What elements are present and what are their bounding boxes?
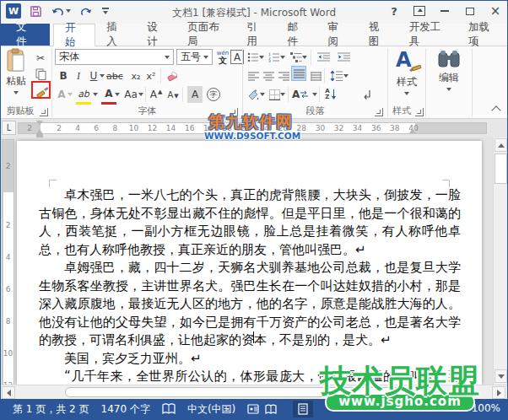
paragraph-dialog-launcher[interactable] xyxy=(375,108,383,116)
print-layout-button[interactable] xyxy=(293,401,313,417)
help-icon[interactable]: ? xyxy=(386,3,403,19)
d9soft-watermark-title: 第九软件网 xyxy=(204,114,297,130)
hruler-number: 38 xyxy=(390,124,399,132)
editing-button-label: 编辑 xyxy=(439,71,459,85)
ribbon: 粘贴 ✂ 剪贴板 宋体 五号 wén文 xyxy=(1,46,507,119)
sort-icon[interactable]: AZ xyxy=(323,86,338,103)
highlight-dropdown-icon[interactable] xyxy=(93,93,98,96)
language-indicator[interactable]: 中文(中国) xyxy=(187,402,235,417)
highlight-color-icon[interactable]: ab xyxy=(76,85,91,102)
line-spacing-icon[interactable] xyxy=(328,67,343,84)
vruler-number: 4 xyxy=(3,253,14,261)
first-line-indent-marker[interactable] xyxy=(36,121,43,126)
decrease-indent-icon[interactable] xyxy=(316,49,331,66)
ribbon-tab-2[interactable]: 设计 xyxy=(136,24,176,46)
tab-selector[interactable]: L xyxy=(2,121,16,135)
phonetic-guide-icon[interactable]: wén文 xyxy=(215,49,230,66)
shading-icon[interactable] xyxy=(246,86,261,103)
styles-dialog-launcher[interactable] xyxy=(415,108,424,116)
justify-icon[interactable] xyxy=(291,66,306,81)
strikethrough-button[interactable]: abc xyxy=(106,67,123,84)
styles-button[interactable]: A 样式 xyxy=(392,48,422,95)
ribbon-tab-0[interactable]: 开始 xyxy=(53,24,95,46)
subscript-button[interactable]: x₂ xyxy=(128,67,143,84)
vertical-ruler[interactable]: 2 24681012 xyxy=(2,139,14,385)
font-color-dropdown-icon[interactable] xyxy=(115,93,120,96)
jsgho-watermark-title: 技术员联盟 xyxy=(320,365,480,396)
word-count[interactable]: 1470 个字 xyxy=(101,402,150,417)
close-button[interactable]: × xyxy=(487,3,504,19)
scroll-down-button[interactable] xyxy=(494,369,507,383)
document-paragraph: 卓姆强巴，藏，四十二岁，天狮名犬驯养基地公司总裁，也是复旦大学生物系客坐教授，主… xyxy=(39,259,461,350)
page-indicator[interactable]: 第 1 页，共 2 页 xyxy=(13,402,89,417)
clear-formatting-icon[interactable] xyxy=(165,67,180,84)
read-mode-button[interactable] xyxy=(261,401,281,417)
font-size-combo[interactable]: 五号 xyxy=(176,49,213,65)
styles-group: A 样式 样式 xyxy=(388,46,425,119)
paste-clipboard-icon xyxy=(6,48,26,73)
align-right-icon[interactable] xyxy=(276,67,291,84)
ribbon-tab-5[interactable]: 邮件 xyxy=(277,24,317,46)
superscript-button[interactable]: x² xyxy=(143,67,159,84)
format-painter-highlight xyxy=(31,81,51,99)
d9soft-watermark-url: WWW.D9SOFT.COM xyxy=(204,132,297,141)
show-marks-icon[interactable] xyxy=(359,86,375,103)
document-page[interactable]: 卓木强巴，一米八七的个头，真正的虎背熊腰，大块头，倒披发，一脸古铜色，身体无处不… xyxy=(17,141,482,385)
hruler-number: 12 xyxy=(148,124,157,132)
ribbon-tab-8[interactable]: 开发工具 xyxy=(398,24,457,46)
hruler-number: 36 xyxy=(371,124,381,132)
clipboard-dialog-launcher[interactable] xyxy=(40,108,48,116)
scroll-up-button[interactable] xyxy=(494,138,507,152)
shrink-font-button[interactable]: A▼ xyxy=(165,86,181,103)
hruler-number: 16 xyxy=(185,124,194,132)
vruler-number: 6 xyxy=(3,285,14,293)
distribute-icon[interactable] xyxy=(308,67,323,84)
styles-brush-icon xyxy=(408,62,423,73)
align-left-icon[interactable] xyxy=(246,67,261,84)
scroll-right-button[interactable] xyxy=(492,386,505,399)
editing-button[interactable]: 编辑 xyxy=(433,50,465,91)
restore-button[interactable] xyxy=(462,3,478,19)
ribbon-tab-6[interactable]: 审阅 xyxy=(317,24,358,46)
collapse-ribbon-icon[interactable] xyxy=(489,102,504,119)
hruler-number: 6 xyxy=(94,124,99,132)
asian-layout-icon[interactable]: A xyxy=(292,86,308,103)
proofing-icon[interactable] xyxy=(162,403,176,415)
font-name-combo[interactable]: 宋体 xyxy=(55,49,174,65)
hruler-number: 30 xyxy=(316,124,325,132)
svg-text:3: 3 xyxy=(268,59,271,62)
vertical-scrollbar[interactable] xyxy=(493,137,507,385)
ribbon-tab-7[interactable]: 视图 xyxy=(358,24,398,46)
bold-button[interactable]: B xyxy=(56,67,71,84)
styles-group-label: 样式 xyxy=(388,105,415,117)
scroll-left-button[interactable] xyxy=(2,386,15,399)
ribbon-tab-9[interactable]: 加载项 xyxy=(457,24,507,46)
increase-indent-icon[interactable] xyxy=(336,49,351,66)
right-indent-marker[interactable] xyxy=(409,128,416,133)
align-center-icon[interactable] xyxy=(261,67,276,84)
ribbon-display-options-icon[interactable] xyxy=(411,3,428,19)
enclose-character-icon[interactable]: 字 xyxy=(206,86,221,103)
grow-font-button[interactable]: A▲ xyxy=(149,86,164,103)
change-case-dropdown-icon[interactable] xyxy=(138,93,143,96)
document-text[interactable]: 卓木强巴，一米八七的个头，真正的虎背熊腰，大块头，倒披发，一脸古铜色，身体无处不… xyxy=(39,186,461,385)
find-binoculars-icon xyxy=(438,50,460,68)
minimize-button[interactable] xyxy=(436,3,453,19)
hruler-number: 4 xyxy=(75,124,80,132)
italic-button[interactable]: I xyxy=(71,67,86,84)
macro-record-icon[interactable] xyxy=(247,404,259,414)
vertical-scroll-thumb[interactable] xyxy=(494,153,507,184)
cut-icon[interactable]: ✂ xyxy=(33,50,48,67)
tab-file[interactable]: 文件 xyxy=(1,24,50,46)
paste-button[interactable]: 粘贴 xyxy=(6,48,26,94)
text-cursor xyxy=(253,331,254,343)
copy-icon[interactable] xyxy=(33,66,48,83)
ribbon-tab-3[interactable]: 页面布局 xyxy=(176,24,235,46)
font-group: 宋体 五号 wén文 A B I U abc x₂ x² A ab A xyxy=(52,46,242,119)
hruler-number: 8 xyxy=(112,124,117,132)
underline-dropdown-icon[interactable] xyxy=(100,74,105,78)
ribbon-tab-1[interactable]: 插入 xyxy=(95,24,136,46)
character-shading-icon[interactable]: A xyxy=(187,86,203,103)
change-case-button[interactable]: Aa xyxy=(123,86,138,103)
ribbon-tab-4[interactable]: 引用 xyxy=(235,24,276,46)
